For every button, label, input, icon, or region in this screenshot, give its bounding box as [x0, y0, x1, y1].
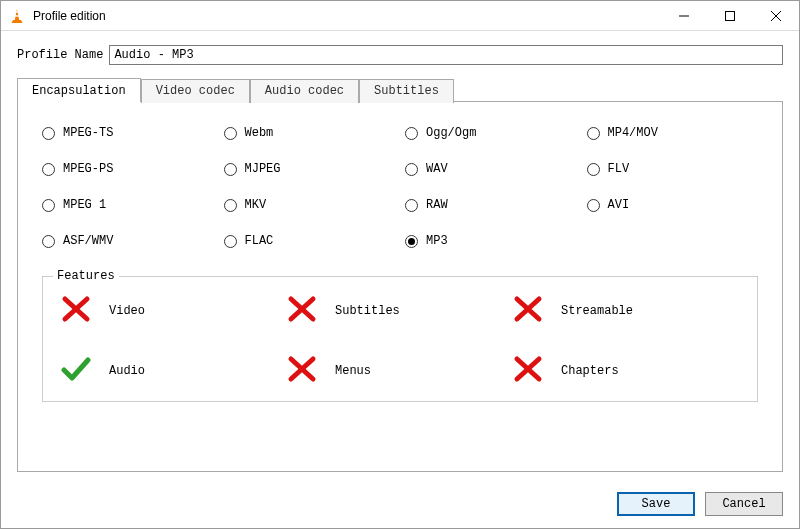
radio-wav[interactable]: WAV — [405, 162, 577, 176]
svg-marker-3 — [12, 20, 23, 23]
radio-label: MKV — [245, 198, 267, 212]
radio-label: Webm — [245, 126, 274, 140]
window-controls — [661, 1, 799, 30]
radio-label: ASF/WMV — [63, 234, 113, 248]
feature-label: Video — [109, 304, 145, 318]
tab-subtitles[interactable]: Subtitles — [359, 79, 454, 103]
radio-indicator — [587, 163, 600, 176]
radio-flv[interactable]: FLV — [587, 162, 759, 176]
radio-indicator — [587, 199, 600, 212]
radio-indicator — [42, 199, 55, 212]
radio-indicator — [42, 163, 55, 176]
radio-mp3[interactable]: MP3 — [405, 234, 577, 248]
radio-label: MPEG-PS — [63, 162, 113, 176]
feature-label: Chapters — [561, 364, 619, 378]
radio-raw[interactable]: RAW — [405, 198, 577, 212]
feature-label: Streamable — [561, 304, 633, 318]
radio-mpeg-ts[interactable]: MPEG-TS — [42, 126, 214, 140]
radio-indicator — [405, 163, 418, 176]
cross-icon — [513, 295, 543, 327]
vlc-cone-icon — [9, 8, 25, 24]
radio-indicator — [42, 127, 55, 140]
content-area: Profile Name EncapsulationVideo codecAud… — [1, 31, 799, 482]
profile-name-row: Profile Name — [17, 45, 783, 65]
radio-webm[interactable]: Webm — [224, 126, 396, 140]
radio-label: MPEG-TS — [63, 126, 113, 140]
feature-chapters: Chapters — [513, 355, 739, 387]
radio-indicator — [224, 127, 237, 140]
svg-rect-5 — [726, 11, 735, 20]
radio-label: Ogg/Ogm — [426, 126, 476, 140]
maximize-button[interactable] — [707, 1, 753, 30]
feature-audio: Audio — [61, 355, 287, 387]
features-fieldset: Features VideoSubtitlesStreamableAudioMe… — [42, 276, 758, 402]
cross-icon — [287, 355, 317, 387]
feature-menus: Menus — [287, 355, 513, 387]
radio-indicator — [224, 163, 237, 176]
cancel-button-label: Cancel — [722, 497, 765, 511]
cross-icon — [513, 355, 543, 387]
encapsulation-options: MPEG-TSWebmOgg/OgmMP4/MOVMPEG-PSMJPEGWAV… — [42, 126, 758, 248]
dialog-footer: Save Cancel — [1, 482, 799, 528]
radio-label: FLAC — [245, 234, 274, 248]
radio-avi[interactable]: AVI — [587, 198, 759, 212]
tab-panel-encapsulation: MPEG-TSWebmOgg/OgmMP4/MOVMPEG-PSMJPEGWAV… — [17, 101, 783, 472]
feature-streamable: Streamable — [513, 295, 739, 327]
svg-marker-0 — [15, 9, 19, 20]
radio-label: WAV — [426, 162, 448, 176]
window-title: Profile edition — [33, 9, 661, 23]
radio-mjpeg[interactable]: MJPEG — [224, 162, 396, 176]
save-button-label: Save — [642, 497, 671, 511]
tab-video-codec[interactable]: Video codec — [141, 79, 250, 103]
titlebar: Profile edition — [1, 1, 799, 31]
features-legend: Features — [53, 269, 119, 283]
tab-audio-codec[interactable]: Audio codec — [250, 79, 359, 103]
features-grid: VideoSubtitlesStreamableAudioMenusChapte… — [61, 295, 739, 387]
radio-asf-wmv[interactable]: ASF/WMV — [42, 234, 214, 248]
svg-rect-2 — [15, 15, 20, 16]
feature-label: Subtitles — [335, 304, 400, 318]
radio-ogg-ogm[interactable]: Ogg/Ogm — [405, 126, 577, 140]
radio-indicator — [405, 199, 418, 212]
feature-subtitles: Subtitles — [287, 295, 513, 327]
profile-name-input[interactable] — [109, 45, 783, 65]
radio-indicator — [224, 235, 237, 248]
radio-indicator — [405, 127, 418, 140]
radio-label: MPEG 1 — [63, 198, 106, 212]
close-button[interactable] — [753, 1, 799, 30]
radio-indicator — [405, 235, 418, 248]
cancel-button[interactable]: Cancel — [705, 492, 783, 516]
cross-icon — [61, 295, 91, 327]
radio-label: AVI — [608, 198, 630, 212]
radio-label: MJPEG — [245, 162, 281, 176]
radio-label: MP3 — [426, 234, 448, 248]
cross-icon — [287, 295, 317, 327]
radio-label: MP4/MOV — [608, 126, 658, 140]
feature-label: Audio — [109, 364, 145, 378]
radio-flac[interactable]: FLAC — [224, 234, 396, 248]
radio-mkv[interactable]: MKV — [224, 198, 396, 212]
tab-bar: EncapsulationVideo codecAudio codecSubti… — [17, 77, 783, 101]
svg-rect-1 — [15, 11, 19, 12]
radio-indicator — [42, 235, 55, 248]
radio-label: RAW — [426, 198, 448, 212]
check-icon — [61, 355, 91, 387]
radio-mpeg-ps[interactable]: MPEG-PS — [42, 162, 214, 176]
feature-label: Menus — [335, 364, 371, 378]
save-button[interactable]: Save — [617, 492, 695, 516]
minimize-button[interactable] — [661, 1, 707, 30]
profile-name-label: Profile Name — [17, 48, 103, 62]
radio-label: FLV — [608, 162, 630, 176]
radio-mpeg-1[interactable]: MPEG 1 — [42, 198, 214, 212]
radio-indicator — [587, 127, 600, 140]
radio-indicator — [224, 199, 237, 212]
radio-mp4-mov[interactable]: MP4/MOV — [587, 126, 759, 140]
tab-encapsulation[interactable]: Encapsulation — [17, 78, 141, 102]
feature-video: Video — [61, 295, 287, 327]
